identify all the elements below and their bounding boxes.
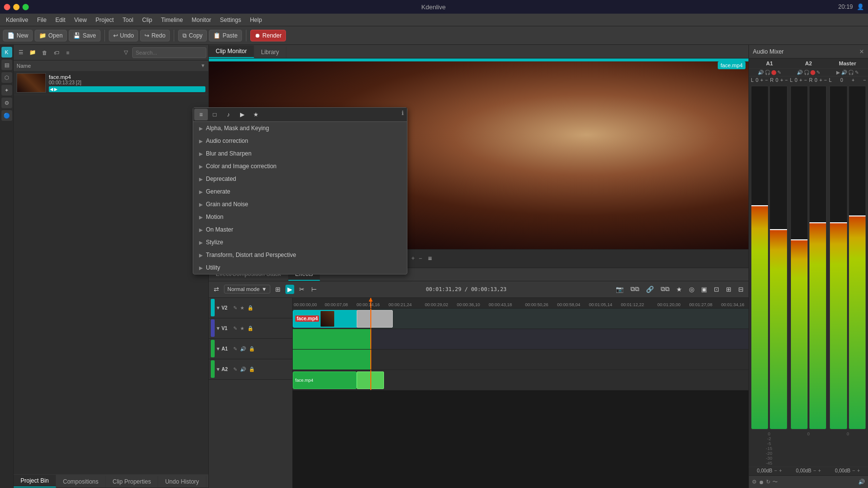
tl-links-btn[interactable]: 🔗 [644, 285, 656, 294]
sidebar-icon-kdenlive[interactable]: K [1, 47, 12, 58]
tl-resize-btn[interactable]: ⊟ [736, 285, 746, 294]
mixer-record-icon[interactable]: ⏺ [759, 479, 764, 485]
tab-project-bin[interactable]: Project Bin [14, 475, 56, 488]
copy-button[interactable]: ⧉ Copy [178, 30, 207, 41]
sidebar-icon-5[interactable]: 🔵 [1, 110, 12, 121]
mixer-a1-record-icon[interactable] [771, 70, 776, 75]
tl-arrows-btn[interactable]: ⇄ [212, 285, 221, 294]
menu-help[interactable]: Help [246, 16, 266, 24]
project-view-btn[interactable]: ☰ [16, 47, 26, 58]
mixer-a2-record-icon[interactable] [810, 70, 815, 75]
mixer-master-db-minus[interactable]: − [852, 468, 855, 473]
filter-icon[interactable]: ▽ [121, 47, 131, 58]
track-a2-edit[interactable]: ✎ [232, 366, 238, 372]
sidebar-icon-4[interactable]: ⚙ [1, 98, 12, 108]
track-v2-collapse[interactable]: ▼ [216, 305, 221, 311]
mixer-a1-plus[interactable]: + [760, 78, 763, 83]
redo-button[interactable]: ↪ Redo [140, 30, 170, 41]
tl-group-btn[interactable]: ⧉⧉ [628, 284, 641, 294]
menu-kdenlive[interactable]: Kdenlive [2, 16, 32, 24]
tl-star-btn[interactable]: ★ [674, 285, 684, 294]
mixer-master-db-plus[interactable]: + [857, 468, 860, 473]
tab-clip-monitor[interactable]: Clip Monitor [209, 45, 254, 58]
mixer-a1-volume-icon[interactable]: 🔊 [758, 70, 764, 75]
clip-v2-white[interactable] [357, 310, 393, 328]
menu-monitor[interactable]: Monitor [188, 16, 215, 24]
project-menu-btn[interactable]: ≡ [62, 47, 73, 58]
mixer-master-headphone-icon[interactable]: 🎧 [848, 70, 854, 75]
paste-button[interactable]: 📋 Paste [209, 30, 242, 41]
mixer-close[interactable]: ✕ [859, 48, 864, 55]
tl-target-btn[interactable]: ◎ [687, 285, 696, 294]
window-controls[interactable] [4, 4, 29, 10]
tl-mode-select[interactable]: Normal mode ▼ [224, 285, 270, 293]
sidebar-icon-1[interactable]: ▤ [1, 59, 12, 70]
track-v2-fx[interactable]: ★ [239, 305, 245, 311]
effects-item-stylize[interactable]: ▶ Stylize [193, 236, 407, 249]
tab-library[interactable]: Library [254, 46, 286, 58]
project-folder-btn[interactable]: 📁 [27, 47, 38, 58]
mixer-a2-edit-icon[interactable]: ✎ [816, 70, 820, 75]
search-input[interactable] [132, 47, 206, 58]
track-a1-lock[interactable]: 🔒 [248, 346, 256, 352]
effects-item-audio[interactable]: ▶ Audio correction [193, 135, 407, 147]
mixer-vol-icon[interactable]: 🔊 [858, 479, 865, 485]
project-tag-btn[interactable]: 🏷 [51, 47, 61, 58]
render-button[interactable]: ⏺ Render [250, 30, 286, 41]
tl-cut-btn[interactable]: ✂ [297, 285, 306, 294]
tab-clip-properties[interactable]: Clip Properties [106, 476, 159, 488]
effects-item-onmaster[interactable]: ▶ On Master [193, 223, 407, 236]
sidebar-icon-2[interactable]: ⬡ [1, 72, 12, 83]
tl-snap-btn[interactable]: ⊞ [273, 285, 283, 294]
new-button[interactable]: 📄 New [3, 30, 33, 41]
menu-project[interactable]: Project [92, 16, 118, 24]
track-a1-mute[interactable]: 🔊 [239, 346, 247, 352]
mixer-master-minus[interactable]: − [863, 78, 866, 83]
maximize-dot[interactable] [22, 4, 29, 10]
effects-tab-fav[interactable]: ★ [249, 109, 262, 120]
track-v2-edit[interactable]: ✎ [232, 305, 238, 311]
mixer-a1-r-plus[interactable]: + [780, 78, 783, 83]
effects-tab-play[interactable]: ▶ [235, 109, 249, 120]
col-sort[interactable]: ▼ [201, 63, 205, 68]
menu-file[interactable]: File [33, 16, 50, 24]
mixer-master-volume-icon[interactable]: 🔊 [841, 70, 847, 75]
tl-grid-btn[interactable]: ⊞ [724, 285, 733, 294]
open-button[interactable]: 📁 Open [35, 30, 67, 41]
track-a2-mute[interactable]: 🔊 [239, 366, 247, 372]
effects-item-transform[interactable]: ▶ Transform, Distort and Perspective [193, 249, 407, 261]
clip-item[interactable]: face.mp4 00:00:13:23 [2] ◀ ▶ [14, 71, 208, 95]
mixer-a1-minus[interactable]: − [765, 78, 768, 83]
mixer-a1-edit-icon[interactable]: ✎ [777, 70, 781, 75]
effects-info-btn[interactable]: ℹ [400, 109, 406, 120]
mixer-a1-db-plus[interactable]: + [779, 468, 782, 473]
menu-edit[interactable]: Edit [51, 16, 69, 24]
tl-more-btn[interactable]: ⧉⧉ [659, 284, 671, 294]
save-button[interactable]: 💾 Save [69, 30, 100, 41]
mixer-a2-db-plus[interactable]: + [818, 468, 821, 473]
effects-item-deprecated[interactable]: ▶ Deprecated [193, 173, 407, 185]
menu-view[interactable]: View [70, 16, 91, 24]
mixer-refresh-icon[interactable]: ↻ [766, 479, 770, 485]
tl-end-btn[interactable]: ⊢ [309, 285, 319, 294]
effects-item-utility[interactable]: ▶ Utility [193, 261, 407, 274]
mixer-a1-r-minus[interactable]: − [785, 78, 788, 83]
effects-tab-list[interactable]: ≡ [194, 109, 208, 120]
track-a2-lock[interactable]: 🔒 [248, 366, 256, 372]
project-delete-btn[interactable]: 🗑 [39, 47, 50, 58]
more-options-btn[interactable]: ≡ [426, 254, 434, 263]
track-v2-lock[interactable]: 🔒 [246, 305, 254, 311]
mixer-a2-r-plus[interactable]: + [819, 78, 822, 83]
tl-extra-btn[interactable]: ⊡ [712, 285, 721, 294]
tab-compositions[interactable]: Compositions [56, 476, 106, 488]
sidebar-icon-3[interactable]: ✦ [1, 85, 12, 96]
menu-timeline[interactable]: Timeline [157, 16, 187, 24]
mixer-a2-headphone-icon[interactable]: 🎧 [804, 70, 809, 75]
tl-active-btn[interactable]: ▣ [699, 285, 709, 294]
effects-item-generate[interactable]: ▶ Generate [193, 185, 407, 198]
minimize-dot[interactable] [13, 4, 20, 10]
effects-item-alpha[interactable]: ▶ Alpha, Mask and Keying [193, 122, 407, 135]
mixer-settings-icon[interactable]: ⚙ [752, 479, 757, 485]
mixer-master-edit-icon[interactable]: ✎ [855, 70, 859, 75]
track-a1-edit[interactable]: ✎ [232, 346, 238, 352]
